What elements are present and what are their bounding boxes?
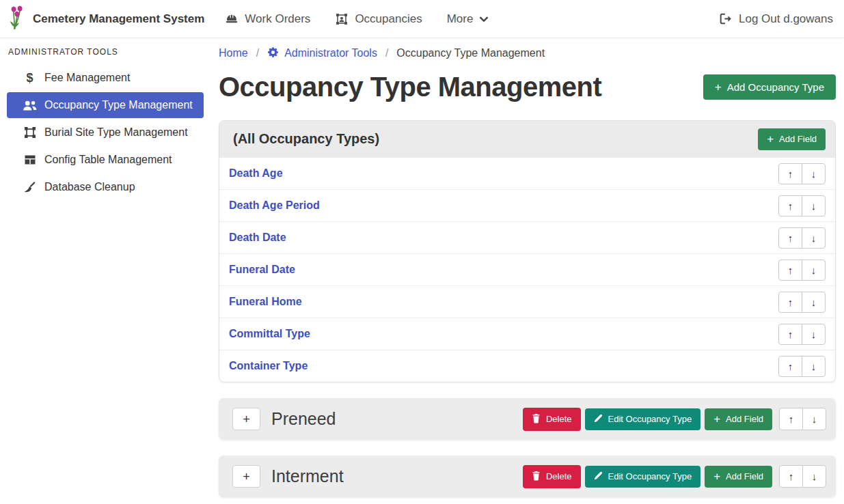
add-occupancy-type-button[interactable]: + Add Occupancy Type xyxy=(703,74,836,100)
up-arrow-icon: ↑ xyxy=(788,200,793,212)
reorder-controls: ↑ ↓ xyxy=(778,292,826,313)
move-down-button[interactable]: ↓ xyxy=(802,163,826,184)
expand-button[interactable]: + xyxy=(232,465,260,488)
move-down-button[interactable]: ↓ xyxy=(802,227,826,249)
field-link[interactable]: Funeral Home xyxy=(229,296,302,308)
move-up-button[interactable]: ↑ xyxy=(779,465,803,488)
sidebar-item-label: Burial Site Type Management xyxy=(44,126,188,139)
field-link[interactable]: Death Date xyxy=(229,232,286,244)
portrait-icon xyxy=(335,12,349,26)
breadcrumb-separator: / xyxy=(385,47,388,59)
plus-icon: + xyxy=(713,413,720,425)
field-row-death-age-period: Death Age Period ↑ ↓ xyxy=(219,189,835,221)
up-arrow-icon: ↑ xyxy=(788,361,793,372)
field-link[interactable]: Committal Type xyxy=(229,328,310,340)
section-interment: + Interment Delete xyxy=(219,456,836,497)
sidebar-item-burial-site-type-management[interactable]: Burial Site Type Management xyxy=(7,120,204,145)
nav-right: Log Out d.gowans xyxy=(720,12,833,26)
up-arrow-icon: ↑ xyxy=(788,328,793,340)
down-arrow-icon: ↓ xyxy=(811,200,817,212)
sidebar-heading: ADMINISTRATOR TOOLS xyxy=(7,46,204,65)
field-link[interactable]: Death Age Period xyxy=(229,199,320,212)
move-down-button[interactable]: ↓ xyxy=(802,356,826,377)
down-arrow-icon: ↓ xyxy=(812,413,817,425)
top-navbar: Cemetery Management System Work Orders xyxy=(0,0,844,38)
nav-menu: Work Orders Occupancies M xyxy=(225,12,489,26)
reorder-controls: ↑ ↓ xyxy=(778,227,826,249)
down-arrow-icon: ↓ xyxy=(811,296,817,308)
nav-label: Occupancies xyxy=(355,12,422,26)
reorder-controls: ↑ ↓ xyxy=(779,465,826,488)
expand-button[interactable]: + xyxy=(232,408,260,430)
move-down-button[interactable]: ↓ xyxy=(802,324,826,345)
sidebar-item-config-table-management[interactable]: Config Table Management xyxy=(7,147,204,173)
move-up-button[interactable]: ↑ xyxy=(778,163,802,184)
field-row-funeral-home: Funeral Home ↑ ↓ xyxy=(219,285,835,318)
move-down-button[interactable]: ↓ xyxy=(802,195,826,216)
section-add-field-button[interactable]: + Add Field xyxy=(705,466,772,488)
reorder-controls: ↑ ↓ xyxy=(778,356,826,377)
field-row-funeral-date: Funeral Date ↑ ↓ xyxy=(219,253,835,285)
move-down-button[interactable]: ↓ xyxy=(802,292,826,313)
add-field-label: Add Field xyxy=(726,414,763,424)
field-row-committal-type: Committal Type ↑ ↓ xyxy=(219,318,835,350)
trash-icon xyxy=(532,471,541,483)
section-preneed: + Preneed Delete xyxy=(219,398,836,440)
breadcrumb: Home / Administrator Tools / Occupancy T… xyxy=(219,43,836,64)
nav-label: Work Orders xyxy=(245,12,310,26)
card-add-field-button[interactable]: + Add Field xyxy=(758,128,826,150)
section-title: Preneed xyxy=(271,409,336,429)
up-arrow-icon: ↑ xyxy=(788,168,793,180)
sidebar-item-database-cleanup[interactable]: Database Cleanup xyxy=(7,174,204,200)
move-up-button[interactable]: ↑ xyxy=(778,356,802,377)
sidebar-item-fee-management[interactable]: $ Fee Management xyxy=(7,65,204,91)
down-arrow-icon: ↓ xyxy=(811,232,817,244)
move-up-button[interactable]: ↑ xyxy=(778,292,802,313)
delete-label: Delete xyxy=(546,414,572,424)
gear-icon xyxy=(267,46,279,61)
nav-item-occupancies[interactable]: Occupancies xyxy=(335,12,422,26)
field-link[interactable]: Container Type xyxy=(229,360,308,372)
nav-item-work-orders[interactable]: Work Orders xyxy=(225,12,310,26)
logout-button[interactable]: Log Out d.gowans xyxy=(720,12,833,26)
move-up-button[interactable]: ↑ xyxy=(778,260,802,281)
move-down-button[interactable]: ↓ xyxy=(802,260,826,281)
field-link[interactable]: Funeral Date xyxy=(229,264,295,276)
move-down-button[interactable]: ↓ xyxy=(802,408,826,430)
up-arrow-icon: ↑ xyxy=(788,232,793,244)
breadcrumb-home-link[interactable]: Home xyxy=(219,47,248,59)
sidebar-item-occupancy-type-management[interactable]: Occupancy Type Management xyxy=(7,92,204,118)
delete-button[interactable]: Delete xyxy=(523,465,581,488)
trash-icon xyxy=(532,413,541,425)
table-icon xyxy=(22,154,38,166)
edit-occupancy-type-label: Edit Occupancy Type xyxy=(608,471,692,481)
edit-occupancy-type-button[interactable]: Edit Occupancy Type xyxy=(585,408,701,430)
app-title: Cemetery Management System xyxy=(33,12,204,26)
breadcrumb-admin-tools-label: Administrator Tools xyxy=(284,47,377,59)
pencil-icon xyxy=(594,471,603,482)
reorder-controls: ↑ ↓ xyxy=(778,195,826,216)
field-link[interactable]: Death Age xyxy=(229,167,283,180)
breadcrumb-separator: / xyxy=(256,47,259,59)
edit-occupancy-type-button[interactable]: Edit Occupancy Type xyxy=(585,466,701,488)
all-occupancy-types-card: (All Occupancy Types) + Add Field Death … xyxy=(219,120,836,382)
breadcrumb-admin-tools-link[interactable]: Administrator Tools xyxy=(267,46,377,61)
move-up-button[interactable]: ↑ xyxy=(779,408,803,430)
section-add-field-button[interactable]: + Add Field xyxy=(705,408,772,430)
reorder-controls: ↑ ↓ xyxy=(778,324,826,345)
reorder-controls: ↑ ↓ xyxy=(779,408,826,430)
up-arrow-icon: ↑ xyxy=(788,296,793,308)
move-down-button[interactable]: ↓ xyxy=(802,465,826,488)
move-up-button[interactable]: ↑ xyxy=(778,324,802,345)
logout-label: Log Out d.gowans xyxy=(739,12,833,26)
delete-button[interactable]: Delete xyxy=(523,408,581,431)
move-up-button[interactable]: ↑ xyxy=(778,195,802,216)
move-up-button[interactable]: ↑ xyxy=(778,227,802,249)
add-occupancy-type-label: Add Occupancy Type xyxy=(727,81,824,93)
logout-icon xyxy=(720,13,733,25)
add-field-label: Add Field xyxy=(726,471,763,481)
hard-hat-icon xyxy=(225,12,239,26)
edit-occupancy-type-label: Edit Occupancy Type xyxy=(608,414,692,424)
nav-item-more[interactable]: More xyxy=(447,12,489,26)
reorder-controls: ↑ ↓ xyxy=(778,260,826,281)
